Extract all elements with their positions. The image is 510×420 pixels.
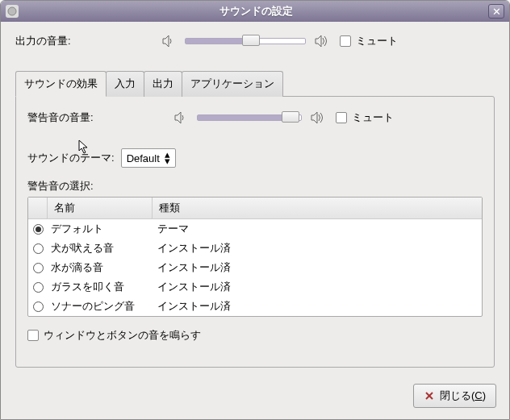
alert-volume-slider[interactable] (197, 114, 302, 121)
app-icon (6, 5, 19, 18)
sound-theme-label: サウンドのテーマ: (27, 151, 115, 165)
combo-arrows-icon: ▴▾ (165, 152, 170, 164)
slider-thumb[interactable] (242, 35, 260, 46)
cell-kind: インストール済 (157, 299, 482, 314)
sound-theme-row: サウンドのテーマ: Default ▴▾ (27, 148, 483, 168)
svg-point-0 (8, 7, 16, 15)
alert-volume-label: 警告音の音量: (27, 110, 173, 125)
header-radio-col[interactable] (28, 198, 48, 218)
volume-high-icon (314, 33, 330, 49)
tab-panel-sound-effects: 警告音の音量: ミュート サウンドのテーマ: Default (15, 96, 495, 368)
output-mute-checkbox[interactable] (340, 35, 351, 47)
sound-theme-value: Default (127, 152, 160, 164)
window-sounds-row: ウィンドウとボタンの音を鳴らす (27, 328, 483, 343)
cell-name: ガラスを叩く音 (48, 280, 157, 294)
dialog-footer: 閉じる(C) (1, 376, 509, 419)
header-kind[interactable]: 種類 (153, 198, 482, 218)
titlebar[interactable]: サウンドの設定 ✕ (1, 1, 509, 22)
cell-kind: インストール済 (157, 280, 482, 294)
output-volume-row: 出力の音量: ミュート (15, 33, 495, 49)
output-mute-label: ミュート (356, 34, 398, 48)
tab-2[interactable]: 出力 (144, 71, 182, 97)
radio-button[interactable] (33, 282, 44, 293)
table-row[interactable]: ガラスを叩く音インストール済 (28, 277, 482, 297)
cell-kind: テーマ (157, 222, 482, 236)
svg-marker-4 (311, 112, 317, 123)
volume-low-icon (173, 110, 189, 126)
table-row[interactable]: ソナーのピング音インストール済 (28, 297, 482, 316)
radio-button[interactable] (33, 224, 44, 235)
table-body: デフォルトテーマ犬が吠える音インストール済水が滴る音インストール済ガラスを叩く音… (28, 219, 482, 316)
svg-marker-1 (163, 35, 169, 47)
tab-0[interactable]: サウンドの効果 (15, 71, 107, 97)
alert-sound-table: 名前 種類 デフォルトテーマ犬が吠える音インストール済水が滴る音インストール済ガ… (27, 197, 483, 317)
alert-mute-checkbox[interactable] (336, 112, 347, 123)
window-sounds-checkbox[interactable] (27, 330, 39, 341)
cell-kind: インストール済 (157, 260, 482, 275)
cell-name: デフォルト (48, 222, 157, 236)
tab-1[interactable]: 入力 (106, 71, 144, 97)
alert-selection-title: 警告音の選択: (27, 179, 483, 193)
cell-name: 水が滴る音 (48, 260, 157, 275)
close-button-label: 閉じる(C) (440, 389, 486, 403)
volume-high-icon (310, 110, 326, 126)
output-volume-slider[interactable] (185, 38, 306, 44)
table-row[interactable]: デフォルトテーマ (28, 219, 482, 239)
header-name[interactable]: 名前 (48, 198, 153, 218)
cell-name: 犬が吠える音 (48, 241, 157, 256)
window-title: サウンドの設定 (23, 4, 488, 19)
close-button[interactable]: 閉じる(C) (413, 384, 496, 408)
svg-marker-3 (175, 112, 181, 123)
alert-mute-label: ミュート (352, 110, 394, 125)
volume-low-icon (161, 33, 177, 49)
output-volume-label: 出力の音量: (15, 34, 161, 48)
cell-name: ソナーのピング音 (48, 299, 157, 314)
table-row[interactable]: 犬が吠える音インストール済 (28, 239, 482, 258)
close-button-icon (424, 390, 435, 401)
tab-3[interactable]: アプリケーション (182, 71, 283, 97)
radio-button[interactable] (33, 263, 44, 273)
window-content: 出力の音量: ミュート サウンドの効果入力出力アプリケーション 警告音の音量: (1, 22, 509, 376)
window-sounds-label: ウィンドウとボタンの音を鳴らす (44, 328, 201, 343)
table-header: 名前 種類 (28, 198, 482, 219)
svg-marker-2 (316, 35, 321, 47)
radio-button[interactable] (33, 301, 44, 312)
slider-thumb[interactable] (282, 111, 299, 123)
tabs-bar: サウンドの効果入力出力アプリケーション (15, 70, 495, 96)
close-icon[interactable]: ✕ (488, 4, 504, 19)
table-row[interactable]: 水が滴る音インストール済 (28, 258, 482, 277)
sound-theme-combo[interactable]: Default ▴▾ (121, 148, 176, 168)
cell-kind: インストール済 (157, 241, 482, 256)
alert-volume-row: 警告音の音量: ミュート (27, 110, 483, 126)
radio-button[interactable] (33, 243, 44, 254)
sound-settings-window: サウンドの設定 ✕ 出力の音量: ミュート サウンドの効果入力出力アプリケーショ… (0, 0, 510, 420)
